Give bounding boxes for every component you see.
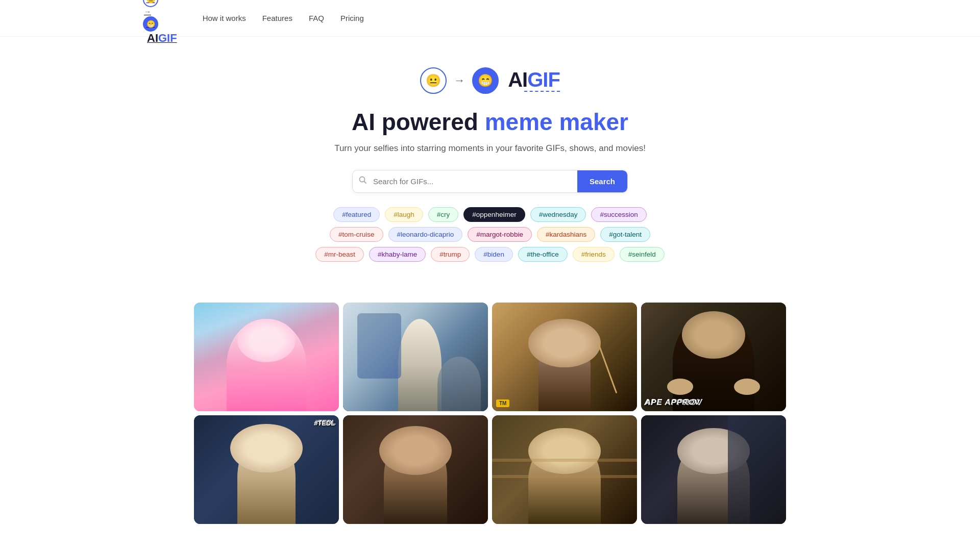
logo-arrow: →	[144, 8, 151, 16]
logo-emoji-right: 😁	[143, 16, 158, 32]
nav-link-how-it-works[interactable]: How it works	[203, 14, 246, 22]
nav-link-faq[interactable]: FAQ	[309, 14, 324, 22]
tag-seinfeld[interactable]: #seinfeld	[620, 247, 665, 262]
gif-snape[interactable]: APE APPROV	[641, 303, 786, 411]
tag-friends[interactable]: #friends	[573, 247, 615, 262]
search-icon	[353, 176, 373, 186]
search-button[interactable]: Search	[577, 170, 627, 192]
headline-blue: meme maker	[485, 109, 628, 135]
tag-wednesday[interactable]: #wednesday	[530, 207, 586, 222]
tag-khaby-lame[interactable]: #khaby-lame	[369, 247, 426, 262]
gif-dark2[interactable]	[343, 415, 488, 524]
hero-headline: AI powered meme maker	[10, 109, 970, 135]
logo-text-ai: AI	[147, 32, 158, 44]
hero-logo: 😐 → 😁 AIGIF	[10, 67, 970, 94]
tag-got-talent[interactable]: #got-talent	[600, 227, 650, 242]
hero-brand-ai: AI	[508, 68, 527, 91]
tag-margot-robbie[interactable]: #margot-robbie	[468, 227, 532, 242]
tags-container: #featured #laugh #cry #oppenheimer #wedn…	[306, 207, 674, 262]
tag-succession[interactable]: #succession	[591, 207, 646, 222]
gif-barbie[interactable]	[194, 303, 339, 411]
gif-grid: TM APE APPROV #TEDL	[184, 303, 796, 524]
tag-leonardo-dicaprio[interactable]: #leonardo-dicaprio	[388, 227, 463, 242]
gif-seinfeld[interactable]	[492, 415, 637, 524]
hero-brand-gif: GIF	[527, 68, 560, 91]
tag-oppenheimer[interactable]: #oppenheimer	[463, 207, 525, 222]
tag-trump[interactable]: #trump	[431, 247, 470, 262]
nav-logo[interactable]: 😐 → 😁 AIGIF	[143, 0, 177, 45]
hero-emoji-left: 😐	[420, 67, 447, 94]
gif-ted-lasso[interactable]: #TEDL	[194, 415, 339, 524]
nav-link-features[interactable]: Features	[262, 14, 292, 22]
tag-featured[interactable]: #featured	[333, 207, 380, 222]
dotted-underline	[524, 91, 560, 92]
hero-arrow: →	[454, 74, 465, 87]
logo-emoji-left: 😐	[143, 0, 158, 7]
search-input[interactable]	[373, 170, 577, 192]
hero-emoji-right: 😁	[472, 67, 499, 94]
tag-laugh[interactable]: #laugh	[385, 207, 423, 222]
gif-dark3[interactable]	[641, 415, 786, 524]
navbar: 😐 → 😁 AIGIF How it works Features FAQ Pr…	[0, 0, 980, 37]
hero-section: 😐 → 😁 AIGIF AI powered meme maker Turn y…	[0, 37, 980, 303]
svg-line-1	[364, 182, 366, 184]
search-bar: Search	[352, 170, 628, 193]
hero-subtitle: Turn your selfies into starring moments …	[10, 143, 970, 154]
logo-text-gif: GIF	[158, 32, 177, 44]
nav-links: How it works Features FAQ Pricing	[203, 14, 364, 22]
tag-biden[interactable]: #biden	[475, 247, 513, 262]
tag-mr-beast[interactable]: #mr-beast	[315, 247, 364, 262]
tag-the-office[interactable]: #the-office	[518, 247, 568, 262]
nav-link-pricing[interactable]: Pricing	[340, 14, 364, 22]
gif-the-office[interactable]	[343, 303, 488, 411]
tag-kardashians[interactable]: #kardashians	[537, 227, 595, 242]
tag-tom-cruise[interactable]: #tom-cruise	[330, 227, 383, 242]
tag-cry[interactable]: #cry	[428, 207, 459, 222]
headline-plain: AI powered	[352, 109, 485, 135]
gif-harry-potter[interactable]: TM	[492, 303, 637, 411]
